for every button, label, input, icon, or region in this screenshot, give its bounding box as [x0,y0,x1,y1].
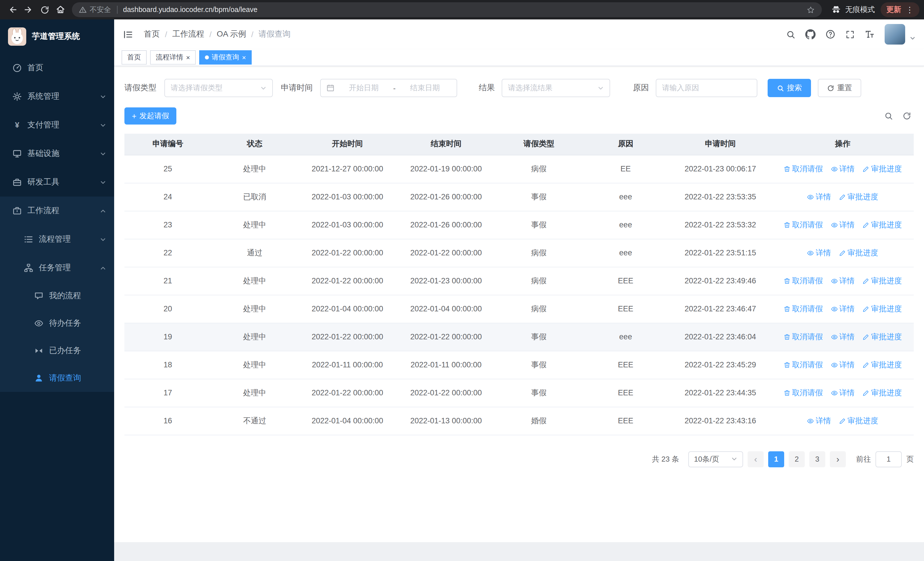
next-page-button[interactable]: › [830,451,846,467]
cancel-leave-link[interactable]: 取消请假 [784,304,823,314]
progress-link[interactable]: 审批进度 [839,416,878,426]
detail-link[interactable]: 详情 [831,388,855,398]
table-row[interactable]: 16 不通过 2022-01-04 00:00:00 2022-01-13 00… [124,407,914,435]
cancel-leave-link[interactable]: 取消请假 [784,276,823,286]
close-icon[interactable]: × [186,54,190,61]
result-select[interactable]: 请选择流结果 [502,79,610,97]
detail-link[interactable]: 详情 [831,359,855,370]
close-icon[interactable]: × [242,54,246,61]
reset-button[interactable]: 重置 [818,79,861,97]
browser-forward-button[interactable] [21,2,36,18]
sidebar-item-infrastructure[interactable]: 基础设施 [0,139,114,168]
tab-leave-query[interactable]: 请假查询 × [199,50,252,65]
cell-ops: 取消请假 详情 审批进度 [772,323,914,351]
apply-time-range-picker[interactable]: 开始日期 - 结束日期 [320,79,457,97]
sidebar-item-task-management[interactable]: 任务管理 [0,254,114,282]
table-row[interactable]: 20 处理中 2022-01-04 00:00:00 2022-01-04 00… [124,295,914,323]
filter-form: 请假类型 请选择请假类型 申请时间 开始日期 - 结束日期 结果 请选择流结果 [124,79,914,97]
page-size-select[interactable]: 10条/页 [688,451,743,467]
fullscreen-icon[interactable] [845,29,855,39]
reason-input[interactable]: 请输入原因 [656,79,758,97]
font-size-icon[interactable] [865,29,875,39]
sidebar-item-home[interactable]: 首页 [0,54,114,82]
create-leave-button[interactable]: + 发起请假 [124,107,176,125]
page-button-3[interactable]: 3 [809,451,825,467]
page-button-2[interactable]: 2 [789,451,805,467]
table-row[interactable]: 19 处理中 2022-01-22 00:00:00 2022-01-22 00… [124,323,914,351]
cancel-leave-link[interactable]: 取消请假 [784,359,823,370]
table-row[interactable]: 24 已取消 2022-01-03 00:00:00 2022-01-26 00… [124,183,914,211]
goto-page-input[interactable] [876,451,902,467]
menu-fold-icon[interactable] [123,29,134,40]
page-size-value: 10条/页 [694,454,719,464]
sidebar-item-done-tasks[interactable]: 已办任务 [0,337,114,364]
search-button[interactable]: 搜索 [768,79,811,97]
kebab-menu-icon[interactable]: ⋮ [906,5,914,14]
chevron-down-icon[interactable] [910,35,915,41]
cancel-leave-link[interactable]: 取消请假 [784,388,823,398]
table-row[interactable]: 22 通过 2022-01-22 00:00:00 2022-01-22 00:… [124,239,914,267]
app-logo-row[interactable]: 芋道管理系统 [0,20,114,54]
browser-refresh-button[interactable] [36,2,52,18]
cancel-leave-link[interactable]: 取消请假 [784,220,823,230]
sidebar-item-system[interactable]: 系统管理 [0,82,114,111]
sidebar-item-process-management[interactable]: 流程管理 [0,225,114,254]
bookmark-star-icon[interactable] [806,5,815,14]
cell-applied: 2022-01-22 23:51:15 [669,239,772,267]
progress-link[interactable]: 审批进度 [862,220,902,230]
table-row[interactable]: 23 处理中 2022-01-03 00:00:00 2022-01-26 00… [124,211,914,239]
security-warning[interactable]: 不安全 [79,5,111,15]
browser-home-button[interactable] [52,2,69,18]
detail-link[interactable]: 详情 [831,276,855,286]
progress-link[interactable]: 审批进度 [839,248,878,258]
table-row[interactable]: 18 处理中 2022-01-11 00:00:00 2022-01-11 00… [124,351,914,379]
page-button-1[interactable]: 1 [768,451,784,467]
sidebar-item-payment[interactable]: ¥ 支付管理 [0,111,114,139]
detail-link[interactable]: 详情 [807,248,831,258]
table-search-icon[interactable] [884,111,893,120]
table-row[interactable]: 17 处理中 2022-01-22 00:00:00 2022-01-22 00… [124,379,914,407]
breadcrumb-oa-example[interactable]: OA 示例 [217,29,246,39]
detail-link[interactable]: 详情 [831,164,855,174]
cell-id: 21 [124,267,211,295]
sidebar-item-my-process[interactable]: 我的流程 [0,282,114,310]
search-icon[interactable] [786,29,796,39]
detail-link[interactable]: 详情 [831,332,855,342]
progress-link[interactable]: 审批进度 [862,388,902,398]
security-label: 不安全 [90,5,111,15]
address-bar[interactable]: 不安全 dashboard.yudao.iocoder.cn/bpm/oa/le… [72,2,822,17]
progress-link[interactable]: 审批进度 [862,304,902,314]
cancel-leave-link[interactable]: 取消请假 [784,332,823,342]
sidebar-item-workflow[interactable]: 工作流程 [0,197,114,225]
cell-end: 2022-01-19 00:00:00 [397,155,495,183]
progress-link[interactable]: 审批进度 [862,276,902,286]
detail-link[interactable]: 详情 [831,220,855,230]
chrome-update-button[interactable]: 更新 ⋮ [880,2,920,17]
leave-type-select[interactable]: 请选择请假类型 [164,79,273,97]
prev-page-button[interactable]: ‹ [748,451,764,467]
avatar[interactable] [885,24,905,45]
detail-link[interactable]: 详情 [807,416,831,426]
sidebar-item-todo-tasks[interactable]: 待办任务 [0,310,114,337]
breadcrumb-home[interactable]: 首页 [144,29,160,39]
sidebar-item-leave-query[interactable]: 请假查询 [0,364,114,392]
browser-back-button[interactable] [4,2,21,18]
detail-link[interactable]: 详情 [807,192,831,202]
tab-process-detail[interactable]: 流程详情 × [150,50,196,65]
table-row[interactable]: 21 处理中 2022-01-22 00:00:00 2022-01-23 00… [124,267,914,295]
progress-link[interactable]: 审批进度 [862,332,902,342]
detail-link[interactable]: 详情 [831,304,855,314]
progress-link[interactable]: 审批进度 [862,164,902,174]
github-icon[interactable] [805,29,816,39]
table-refresh-icon[interactable] [902,111,912,120]
tab-home[interactable]: 首页 [122,50,147,65]
progress-link[interactable]: 审批进度 [862,359,902,370]
help-icon[interactable] [825,29,836,39]
sidebar-item-devtools[interactable]: 研发工具 [0,168,114,197]
table-row[interactable]: 25 处理中 2021-12-27 00:00:00 2022-01-19 00… [124,155,914,183]
chevron-down-icon [731,456,737,462]
cancel-leave-link[interactable]: 取消请假 [784,164,823,174]
progress-link[interactable]: 审批进度 [839,192,878,202]
breadcrumb-workflow[interactable]: 工作流程 [172,29,204,39]
cell-type: 事假 [495,379,582,407]
